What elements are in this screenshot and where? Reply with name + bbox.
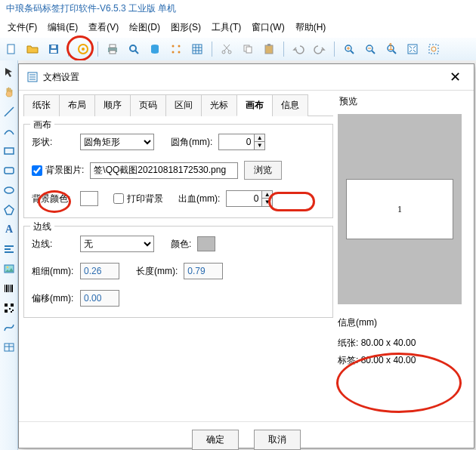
cancel-button[interactable]: 取消 [254,430,301,450]
titlebar: 中琅条码标签打印软件-V6.5.3 工业版 单机 [0,0,476,17]
rich-text-icon[interactable] [2,242,17,257]
label-size: 80.00 x 40.00 [361,355,416,365]
svg-marker-46 [5,205,14,214]
label-label: 标签: [338,355,358,365]
thick-input[interactable] [80,263,119,279]
preview-page: 1 [347,180,453,239]
menu-help[interactable]: 帮助(H) [291,20,331,35]
svg-text:1: 1 [388,43,394,52]
bgimg-path[interactable] [90,162,238,179]
paper-size: 80.00 x 40.00 [361,338,416,348]
tab-paper[interactable]: 纸张 [23,94,60,116]
redo-icon[interactable] [311,41,328,57]
svg-rect-52 [5,285,5,292]
curve-icon[interactable] [2,124,17,139]
svg-rect-44 [5,168,14,174]
bgcolor-label: 背景颜色: [32,193,74,205]
database-icon[interactable] [147,41,163,57]
bgcolor-swatch[interactable] [80,191,98,206]
tab-cursor[interactable]: 光标 [201,94,237,116]
menu-edit[interactable]: 编辑(E) [43,20,82,35]
line-icon[interactable] [2,104,17,119]
preview-panel: 预览 1 信息(mm) 纸张: 80.00 x 40.00 标签: 80.00 … [338,91,474,421]
polygon-icon[interactable] [2,202,17,217]
bleed-input[interactable]: ▲▼ [226,190,273,207]
hand-icon[interactable] [2,85,17,100]
svg-point-21 [222,51,225,54]
tab-canvas[interactable]: 画布 [236,94,273,116]
document-setup-dialog: 文档设置 ✕ 纸张 布局 顺序 页码 区间 光标 画布 信息 画布 形状: 圆角… [18,63,474,448]
svg-rect-2 [51,50,57,53]
tab-order[interactable]: 顺序 [94,94,131,116]
svg-line-24 [224,45,229,51]
menu-draw[interactable]: 绘图(D) [125,20,165,35]
bgimg-checkbox[interactable]: 背景图片: [32,164,84,177]
sequence-icon[interactable] [168,41,184,57]
tab-range[interactable]: 区间 [165,94,202,116]
shape-select[interactable]: 圆角矩形 [80,134,154,150]
menu-window[interactable]: 窗口(W) [247,20,289,35]
fit-icon[interactable] [404,41,421,57]
image-icon[interactable] [2,261,17,276]
info-title: 信息(mm) [338,316,469,329]
menu-shape[interactable]: 图形(S) [166,20,206,35]
border-color-swatch[interactable] [197,236,215,251]
menu-file[interactable]: 文件(F) [3,20,42,35]
zoomout-icon[interactable] [362,41,379,57]
path-icon[interactable] [2,320,17,335]
barcode1d-icon[interactable] [2,281,17,296]
ok-button[interactable]: 确定 [192,430,239,450]
roundrect-icon[interactable] [2,163,17,178]
canvas-legend: 画布 [30,119,54,131]
svg-rect-57 [5,304,8,307]
grid-icon[interactable] [189,41,206,57]
svg-rect-26 [246,47,252,53]
zoomin-icon[interactable] [341,41,357,57]
bleed-label: 出血(mm): [178,193,220,205]
radius-label: 圆角(mm): [171,136,212,149]
doc-setup-icon[interactable] [75,41,91,57]
tab-pageno[interactable]: 页码 [130,94,166,116]
svg-point-14 [172,51,175,54]
svg-rect-56 [11,285,13,292]
close-button[interactable]: ✕ [444,69,466,85]
svg-rect-39 [408,45,417,54]
svg-rect-62 [11,311,12,313]
offset-input[interactable] [80,290,119,307]
paste-icon[interactable] [261,41,277,57]
radius-input[interactable]: ▲▼ [218,134,265,150]
copy-icon[interactable] [240,41,256,57]
printbg-checkbox[interactable]: 打印背景 [113,193,163,205]
table-icon[interactable] [2,340,17,355]
open-icon[interactable] [24,41,41,57]
text-icon[interactable]: A [2,222,17,237]
rect-icon[interactable] [2,143,17,159]
ellipse-icon[interactable] [2,183,17,198]
undo-icon[interactable] [290,41,307,57]
cut-icon[interactable] [218,41,235,57]
zoom-select-icon[interactable] [425,41,442,57]
svg-rect-43 [5,148,14,154]
border-fieldset: 边线 边线: 无 颜色: 粗细(mm): 长度(mm): 偏移(mm): [23,226,333,318]
dialog-title: 文档设置 [43,71,79,84]
offset-label: 偏移(mm): [32,292,74,305]
svg-point-51 [7,267,8,268]
svg-point-5 [82,48,85,51]
length-input[interactable] [184,263,223,279]
menu-tool[interactable]: 工具(T) [207,20,246,35]
print-icon[interactable] [104,41,121,57]
zoomfit-icon[interactable]: 1 [383,41,400,57]
menu-view[interactable]: 查看(V) [84,20,123,35]
new-icon[interactable] [3,41,20,57]
toolbar: 1 [0,38,476,61]
svg-rect-0 [8,45,14,54]
save-icon[interactable] [45,41,62,57]
preview-icon[interactable] [125,41,142,57]
browse-button[interactable]: 浏览 [244,161,282,180]
tab-info[interactable]: 信息 [272,94,308,116]
barcode2d-icon[interactable] [2,301,17,316]
svg-rect-53 [6,285,8,292]
pointer-icon[interactable] [2,65,17,80]
border-select[interactable]: 无 [80,236,154,252]
tab-layout[interactable]: 布局 [59,94,95,116]
